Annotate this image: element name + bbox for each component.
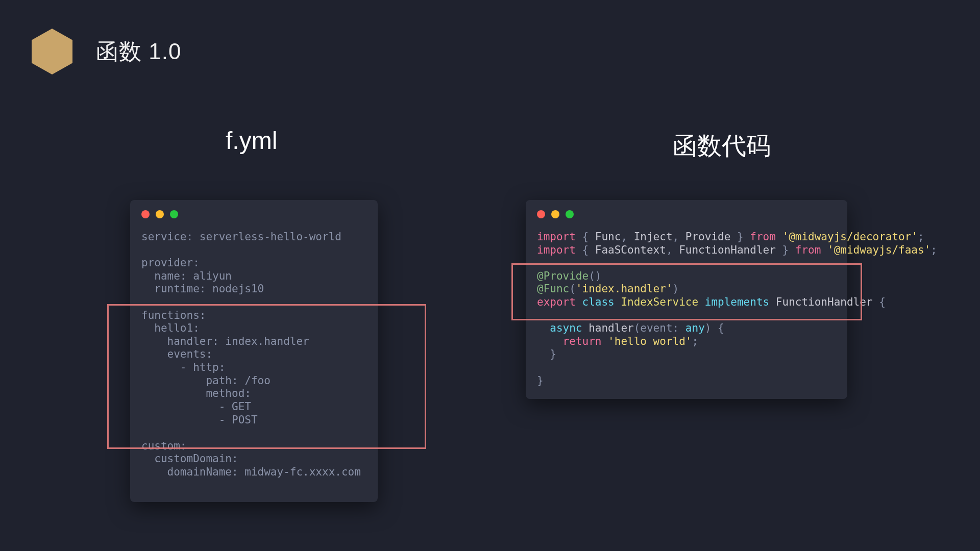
hexagon-icon <box>32 29 72 74</box>
close-icon <box>537 210 545 218</box>
right-column-title: 函数代码 <box>673 130 771 162</box>
minimize-icon <box>551 210 559 218</box>
window-controls <box>526 200 847 218</box>
left-column-title: f.yml <box>226 127 277 155</box>
slide-header: 函数 1.0 <box>32 29 181 74</box>
close-icon <box>141 210 150 218</box>
window-controls <box>130 200 378 218</box>
slide-root: 函数 1.0 f.yml 函数代码 service: serverless-he… <box>0 0 980 551</box>
minimize-icon <box>156 210 164 218</box>
highlight-box-right <box>511 263 862 320</box>
slide-title: 函数 1.0 <box>96 37 181 67</box>
maximize-icon <box>170 210 178 218</box>
maximize-icon <box>566 210 574 218</box>
svg-marker-0 <box>32 29 72 74</box>
highlight-box-left <box>107 304 426 449</box>
